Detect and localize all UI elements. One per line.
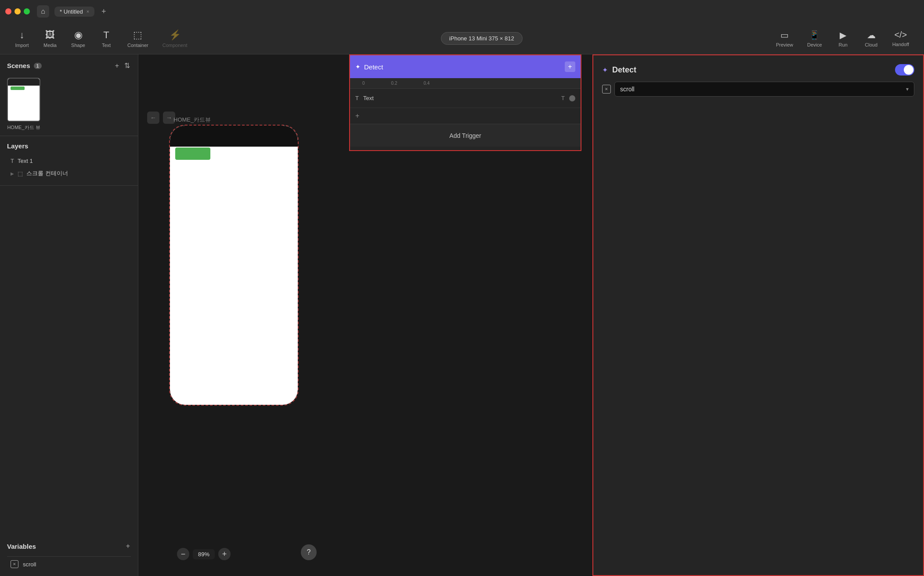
timeline-row-text-icon: T — [355, 95, 359, 101]
maximize-button[interactable] — [24, 8, 30, 14]
detect-add-button[interactable]: + — [565, 61, 575, 72]
text-icon: T — [103, 29, 109, 41]
add-variable-button[interactable]: + — [125, 541, 131, 551]
ruler-mark-04: 0.4 — [423, 81, 430, 86]
scene-top-bar — [8, 79, 40, 86]
timeline-row-text-label: Text — [363, 95, 557, 101]
media-tool[interactable]: 🖼 Media — [37, 27, 63, 50]
zoom-out-button[interactable]: − — [177, 548, 189, 560]
close-button[interactable] — [5, 8, 11, 14]
layer-text1-label: Text 1 — [18, 158, 33, 164]
canvas-label: HOME_카드뷰 — [173, 116, 211, 124]
titlebar: ⌂ * Untitled × + — [0, 0, 924, 23]
canvas-area[interactable]: ← → HOME_카드뷰 − 89% + ? — [138, 54, 924, 576]
shape-label: Shape — [71, 43, 85, 48]
handoff-tool[interactable]: </> Handoff — [886, 27, 915, 50]
scroll-var-icon: ✕ — [602, 85, 611, 94]
phone-frame — [169, 125, 299, 406]
zoom-level: 89% — [193, 549, 215, 559]
cloud-tool[interactable]: ☁ Cloud — [858, 27, 884, 50]
container-icon: ⬚ — [133, 29, 142, 41]
container-label: Container — [127, 43, 148, 48]
var-separator — [7, 556, 131, 557]
tab-add-button[interactable]: + — [98, 6, 109, 17]
scroll-select-dropdown[interactable]: scroll ▾ — [614, 82, 914, 97]
layers-section: Layers T Text 1 ▶ ⬚ 스크롤 컨테이너 — [0, 136, 138, 186]
ruler-numbers: 0 0.2 0.4 — [354, 81, 430, 86]
preview-tool[interactable]: ▭ Preview — [770, 27, 799, 50]
layers-title: Layers — [7, 142, 28, 150]
right-panel-detect-icon: ✦ — [602, 66, 608, 74]
timeline-text-row[interactable]: T Text T — [350, 89, 581, 108]
shape-tool[interactable]: ◉ Shape — [65, 27, 91, 50]
import-tool[interactable]: ↓ Import — [9, 27, 35, 50]
component-icon: ⚡ — [169, 29, 181, 41]
tab-close-icon[interactable]: × — [87, 9, 89, 14]
home-icon[interactable]: ⌂ — [37, 5, 49, 18]
scenes-actions: + ⇅ — [114, 61, 131, 71]
run-label: Run — [839, 42, 848, 47]
device-tool[interactable]: 📱 Device — [801, 27, 828, 50]
component-label: Component — [162, 43, 188, 48]
layers-header: Layers — [7, 142, 131, 150]
layer-expand-icon[interactable]: ▶ — [11, 171, 14, 176]
add-trigger-label: Add Trigger — [449, 132, 481, 139]
zoom-in-button[interactable]: + — [218, 548, 231, 560]
preview-label: Preview — [776, 42, 793, 47]
handoff-icon: </> — [894, 30, 907, 40]
sort-scenes-button[interactable]: ⇅ — [123, 61, 131, 71]
layer-text1[interactable]: T Text 1 — [7, 155, 131, 167]
add-trigger-row[interactable]: Add Trigger — [350, 124, 581, 147]
detect-crosshair-icon: ✦ — [355, 63, 361, 70]
nav-back-button[interactable]: ← — [147, 112, 159, 124]
nav-arrows: ← → — [147, 112, 175, 124]
timeline-add-row[interactable]: + — [350, 108, 581, 124]
container-layer-icon: ⬚ — [18, 170, 23, 177]
timeline-plus-icon: + — [355, 112, 359, 120]
detect-toggle[interactable] — [895, 64, 914, 76]
scenes-title: Scenes 1 — [7, 62, 42, 69]
device-name: iPhone 13 Mini 375 × 812 — [449, 35, 514, 42]
minimize-button[interactable] — [14, 8, 21, 14]
scroll-select-row: ✕ scroll ▾ — [602, 82, 914, 97]
variables-title: Variables — [7, 543, 36, 550]
scene-thumbnail[interactable] — [7, 78, 40, 122]
timeline-row-end-icon: T — [561, 95, 565, 101]
add-scene-button[interactable]: + — [114, 61, 120, 71]
component-tool[interactable]: ⚡ Component — [156, 27, 194, 50]
import-label: Import — [15, 43, 29, 48]
scenes-section: Scenes 1 + ⇅ HOME_카드 뷰 — [0, 54, 138, 136]
toolbar: ↓ Import 🖼 Media ◉ Shape T Text ⬚ Contai… — [0, 23, 924, 54]
layer-scroll-label: 스크롤 컨테이너 — [26, 169, 68, 177]
import-icon: ↓ — [20, 29, 25, 41]
device-selector[interactable]: iPhone 13 Mini 375 × 812 — [441, 32, 523, 45]
ruler-mark-02: 0.2 — [391, 81, 397, 86]
text-label: Text — [102, 43, 111, 48]
container-tool[interactable]: ⬚ Container — [121, 27, 155, 50]
run-tool[interactable]: ▶ Run — [830, 27, 856, 50]
scene-name: HOME_카드 뷰 — [7, 124, 40, 130]
variables-header: Variables + — [7, 541, 131, 551]
scenes-header: Scenes 1 + ⇅ — [7, 61, 131, 71]
cloud-icon: ☁ — [867, 30, 876, 40]
phone-interior — [170, 126, 298, 405]
variable-scroll[interactable]: ✕ scroll — [7, 558, 131, 571]
phone-green-card — [175, 148, 210, 160]
tab-label: * Untitled — [60, 8, 83, 15]
detect-panel-title: Detect — [364, 63, 383, 71]
layer-scroll-container[interactable]: ▶ ⬚ 스크롤 컨테이너 — [7, 167, 131, 180]
help-button[interactable]: ? — [301, 544, 317, 560]
text-tool[interactable]: T Text — [93, 27, 119, 50]
scene-inner — [8, 79, 40, 121]
detect-timeline-panel: ✦ Detect + 0 0.2 0.4 T Text T — [349, 54, 581, 151]
main: Scenes 1 + ⇅ HOME_카드 뷰 — [0, 54, 924, 576]
toolbar-right: ▭ Preview 📱 Device ▶ Run ☁ Cloud </> Han… — [770, 27, 915, 50]
preview-icon: ▭ — [780, 30, 789, 40]
right-panel-header: ✦ Detect — [602, 64, 914, 76]
right-panel-title: Detect — [612, 65, 891, 75]
timeline-ruler: 0 0.2 0.4 — [350, 78, 581, 89]
ruler-mark-0: 0 — [362, 81, 365, 86]
run-icon: ▶ — [840, 30, 846, 40]
right-properties-panel: ✦ Detect ✕ scroll ▾ — [592, 54, 924, 576]
tab-untitled[interactable]: * Untitled × — [54, 7, 94, 17]
